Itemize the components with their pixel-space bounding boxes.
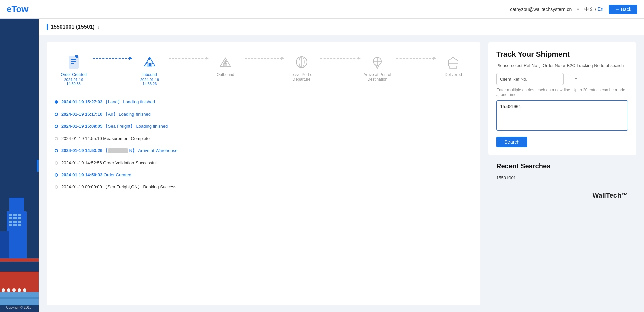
ref-select-wrap: Client Ref No. ▾ <box>496 73 628 85</box>
timeline-dot-t8 <box>55 185 58 189</box>
timeline-text-t6: 2024-01-19 14:52:56 Order Validation Suc… <box>61 160 157 166</box>
recent-search-item-0[interactable]: 15501001 <box>496 174 628 182</box>
connector-1 <box>93 53 130 59</box>
timeline-item-t8: 2024-01-19 00:00:00 【Sea Freight,CN】 Boo… <box>55 184 472 190</box>
recent-searches-box: Recent Searches 15501001 <box>488 155 636 188</box>
connector-line-3 <box>245 58 282 59</box>
page-title-arrow[interactable]: ↓ <box>97 24 100 30</box>
ship-windows <box>2 288 37 292</box>
step-icon-arrive-port <box>369 53 386 71</box>
lang-switch[interactable]: 中文 / En <box>584 6 603 12</box>
track-shipment-title: Track Your Shipment <box>496 50 628 59</box>
connector-4 <box>320 53 358 59</box>
step-arrive-port: Arrive at Port of Destination <box>359 53 396 82</box>
connector-3 <box>245 53 282 59</box>
sidebar: ▶ Copyright© 2013- <box>0 19 39 312</box>
page-title: 15501001 (15501) <box>51 24 95 30</box>
tracking-textarea[interactable]: 15501001 <box>496 100 628 131</box>
timeline-item-t6: 2024-01-19 14:52:56 Order Validation Suc… <box>55 160 472 166</box>
water <box>0 292 39 305</box>
header-right: cathyzou@walltechsystem.cn ▾ 中文 / En ← B… <box>510 5 637 14</box>
building-main <box>7 211 27 265</box>
timeline-text-t7: 2024-01-19 14:50:33 Order Created <box>61 172 131 178</box>
ship-body <box>0 258 39 305</box>
step-label-leave-port: Leave Port of Departure <box>282 72 320 82</box>
tracking-content: Order Created 2024-01-19 14:50:33 <box>39 35 644 312</box>
step-date-order-created: 2024-01-19 14:50:33 <box>64 78 83 86</box>
redacted-text <box>108 148 128 153</box>
timeline-dot-t3 <box>55 125 58 128</box>
timeline-dot-t2 <box>55 113 58 116</box>
progress-steps: Order Created 2024-01-19 14:50:33 <box>55 50 472 92</box>
timeline-dot-t4 <box>55 137 58 140</box>
right-panel: Track Your Shipment Please select Ref.No… <box>488 42 636 305</box>
connector-5 <box>396 53 434 59</box>
connector-2 <box>169 53 207 59</box>
timeline: 2024-01-19 15:27:03 【Land】 Loading finis… <box>55 99 472 190</box>
timeline-text-t1: 2024-01-19 15:27:03 【Land】 Loading finis… <box>61 99 155 105</box>
walltech-label: WallTech™ <box>592 192 628 199</box>
step-icon-inbound <box>141 53 158 71</box>
timeline-item-t3: 2024-01-19 15:09:05 【Sea Freight】 Loadin… <box>55 123 472 129</box>
step-label-outbound: Outbound <box>217 72 234 77</box>
timeline-item-t2: 2024-01-19 15:17:10 【Air】 Loading finish… <box>55 111 472 117</box>
sidebar-toggle[interactable]: ▶ <box>37 160 39 172</box>
step-icon-delivered <box>444 53 462 71</box>
timeline-text-t8: 2024-01-19 00:00:00 【Sea Freight,CN】 Boo… <box>61 184 176 190</box>
step-icon-outbound <box>217 53 234 71</box>
step-order-created: Order Created 2024-01-19 14:50:33 <box>55 53 93 86</box>
timeline-text-t5: 2024-01-19 14:53:26 【 N】 Arrive at Wareh… <box>61 148 177 154</box>
track-hint: Enter multiple entries, each on a new li… <box>496 88 628 97</box>
timeline-dot-t1 <box>55 100 58 104</box>
track-shipment-box: Track Your Shipment Please select Ref.No… <box>488 42 636 155</box>
search-button[interactable]: Search <box>496 137 527 147</box>
track-shipment-subtitle: Please select Ref.No 、Order.No or B2C Tr… <box>496 63 628 69</box>
building-top <box>9 198 24 211</box>
back-button[interactable]: ← Back <box>609 5 637 14</box>
svg-rect-5 <box>149 63 151 66</box>
ship-deck <box>0 262 39 272</box>
step-inbound: Inbound 2024-01-19 14:53:26 <box>130 53 168 86</box>
connector-line-2 <box>169 58 207 59</box>
dropdown-icon: ▾ <box>577 7 579 12</box>
app-logo: eTow <box>7 4 29 14</box>
step-leave-port: Leave Port of Departure <box>282 53 320 82</box>
page-header: 15501001 (15501) ↓ <box>39 19 644 35</box>
timeline-dot-t7 <box>55 173 58 177</box>
timeline-dot-t5 <box>55 149 58 152</box>
sidebar-copyright: Copyright© 2013- <box>0 306 39 309</box>
lang-zh[interactable]: 中文 <box>584 6 594 12</box>
ref-no-select[interactable]: Client Ref No. <box>496 73 564 85</box>
step-icon-order-created <box>65 53 83 71</box>
select-dropdown-icon: ▾ <box>575 76 577 81</box>
app-header: eTow cathyzou@walltechsystem.cn ▾ 中文 / E… <box>0 0 644 19</box>
timeline-item-t4: 2024-01-19 14:55:10 Measurement Complete <box>55 136 472 142</box>
timeline-text-t2: 2024-01-19 15:17:10 【Air】 Loading finish… <box>61 111 151 117</box>
left-panel: Order Created 2024-01-19 14:50:33 <box>47 42 480 305</box>
timeline-dot-t6 <box>55 161 58 165</box>
ship-illustration <box>0 171 39 305</box>
step-outbound: Outbound <box>207 53 245 77</box>
user-email[interactable]: cathyzou@walltechsystem.cn <box>510 7 572 12</box>
main-layout: ▶ Copyright© 2013- 15501001 (15501) ↓ <box>0 19 644 312</box>
lang-en[interactable]: En <box>598 6 603 12</box>
step-label-delivered: Delivered <box>445 72 462 77</box>
connector-line-5 <box>396 58 434 59</box>
step-label-arrive-port: Arrive at Port of Destination <box>359 72 396 82</box>
timeline-item-t5: 2024-01-19 14:53:26 【 N】 Arrive at Wareh… <box>55 148 472 154</box>
step-icon-leave-port <box>293 53 310 71</box>
timeline-item-t7: 2024-01-19 14:50:33 Order Created <box>55 172 472 178</box>
recent-searches-title: Recent Searches <box>496 162 628 170</box>
step-date-inbound: 2024-01-19 14:53:26 <box>140 78 159 86</box>
step-label-inbound: Inbound <box>142 72 157 77</box>
walltech-logo: WallTech™ <box>488 188 636 203</box>
content-area: 15501001 (15501) ↓ <box>39 19 644 312</box>
building-windows <box>7 211 27 229</box>
timeline-item-t1: 2024-01-19 15:27:03 【Land】 Loading finis… <box>55 99 472 105</box>
title-bar-accent <box>47 24 48 30</box>
connector-line-1 <box>93 58 130 59</box>
water-line <box>0 297 39 299</box>
step-delivered: Delivered <box>434 53 472 77</box>
timeline-text-t4: 2024-01-19 14:55:10 Measurement Complete <box>61 136 150 142</box>
connector-line-4 <box>320 58 358 59</box>
